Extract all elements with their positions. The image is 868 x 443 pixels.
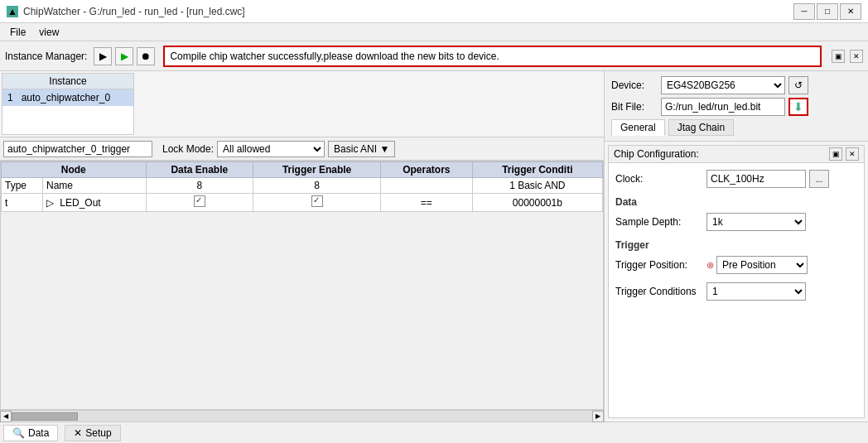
clock-browse-button[interactable]: ... [809, 170, 829, 188]
sample-depth-label: Sample Depth: [615, 216, 706, 228]
trigger-name-input[interactable] [3, 141, 152, 157]
device-row: Device: EG4S20BG256 ↺ [611, 76, 861, 94]
status-tab-data[interactable]: 🔍 Data [3, 425, 58, 441]
bitfile-label: Bit File: [611, 101, 661, 113]
sample-depth-select[interactable]: 1k 2k 4k 8k [706, 213, 806, 231]
chip-config-close-button[interactable]: ✕ [846, 147, 859, 161]
bitfile-input[interactable] [661, 98, 785, 116]
tab-general[interactable]: General [611, 119, 665, 136]
message-box: Compile chip watcher successfully,please… [163, 46, 822, 67]
scrollbar-thumb[interactable] [12, 412, 78, 421]
chip-config-dock-button[interactable]: ▣ [829, 147, 842, 161]
trigger-area: Lock Mode: All allowed None Custom Basic… [0, 137, 604, 421]
row-trigger-enable [253, 194, 381, 212]
trigger-position-row: Trigger Position: ⊗ Pre Position Mid Pos… [615, 256, 857, 274]
data-tab-icon: 🔍 [12, 427, 25, 439]
trigger-enable-checkbox[interactable] [311, 195, 323, 207]
horizontal-scrollbar[interactable]: ◀ ▶ [0, 410, 604, 421]
row-name: ▷ LED_Out [43, 194, 147, 212]
download-icon: ⬇ [793, 100, 803, 113]
device-panel: Device: EG4S20BG256 ↺ Bit File: ⬇ Genera… [605, 71, 868, 142]
instance-manager: Instance 1 auto_chipwatcher_0 [0, 71, 604, 137]
app-title: ChipWatcher - G:/run_led - run_led - [ru… [23, 6, 245, 17]
instance-list: Instance 1 auto_chipwatcher_0 [2, 73, 134, 135]
menu-file[interactable]: File [3, 25, 32, 40]
trigger-conditions-select[interactable]: 1 2 3 [706, 282, 806, 301]
sample-depth-row: Sample Depth: 1k 2k 4k 8k [615, 213, 857, 231]
clock-input[interactable] [706, 170, 806, 188]
expand-icon[interactable]: ▷ [46, 197, 54, 209]
chip-config-title: Chip Configuration: [614, 148, 699, 160]
play2-button[interactable]: ▶ [115, 47, 133, 65]
operators-subheader [381, 178, 473, 194]
toolbar: Instance Manager: ▶ ▶ ⏺ Compile chip wat… [0, 41, 868, 71]
type-subheader: Type [2, 178, 43, 194]
chip-config-header: Chip Configuration: ▣ ✕ [609, 146, 864, 163]
scroll-right-button[interactable]: ▶ [592, 411, 604, 422]
row-type: t [2, 194, 43, 212]
node-table: Node Data Enable Trigger Enable Operator… [1, 161, 603, 212]
trigger-section-label: Trigger [615, 239, 857, 251]
play-button[interactable]: ▶ [94, 47, 112, 65]
maximize-button[interactable]: □ [817, 3, 838, 20]
scroll-left-button[interactable]: ◀ [0, 411, 12, 422]
titlebar: ▲ ChipWatcher - G:/run_led - run_led - [… [0, 0, 868, 23]
trigger-conditions-label: Trigger Conditions [615, 286, 706, 297]
toolbar-close-button[interactable]: ✕ [850, 50, 863, 63]
device-select[interactable]: EG4S20BG256 [661, 76, 785, 94]
trigger-toolbar: Lock Mode: All allowed None Custom Basic… [0, 137, 604, 161]
operators-header: Operators [381, 162, 473, 178]
trigger-position-select[interactable]: Pre Position Mid Position Post Position [716, 256, 808, 274]
row-operator: == [381, 194, 473, 212]
basic-ani-button[interactable]: Basic ANI ▼ [328, 141, 395, 157]
chip-config-panel: Chip Configuration: ▣ ✕ Clock: ... Data [608, 145, 865, 418]
table-row: t ▷ LED_Out == 0 [2, 194, 603, 212]
trigger-condition-header: Trigger Conditi [472, 162, 602, 178]
trigger-position-label: Trigger Position: [615, 259, 706, 271]
row-condition: 00000001b [472, 194, 602, 212]
trigger-conditions-row: Trigger Conditions 1 2 3 [615, 282, 857, 301]
menubar: File view [0, 23, 868, 41]
status-tab-setup[interactable]: ✕ Setup [65, 425, 120, 441]
device-label: Device: [611, 79, 661, 91]
menu-view[interactable]: view [32, 25, 65, 40]
stop-button[interactable]: ⏺ [137, 47, 155, 65]
minimize-button[interactable]: ─ [793, 3, 815, 20]
main-area: Instance 1 auto_chipwatcher_0 Lock Mode:… [0, 71, 868, 421]
message-text: Compile chip watcher successfully,please… [170, 51, 499, 62]
app-icon: ▲ [7, 6, 18, 17]
trigger-enable-count: 8 [253, 178, 381, 194]
trigger-position-icon: ⊗ [706, 260, 714, 271]
data-enable-count: 8 [146, 178, 253, 194]
trigger-enable-header: Trigger Enable [253, 162, 381, 178]
tab-jtag-chain[interactable]: Jtag Chain [668, 119, 734, 136]
instance-manager-label: Instance Manager: [5, 51, 87, 62]
lock-mode-label: Lock Mode: [162, 143, 214, 155]
data-section-label: Data [615, 196, 857, 208]
right-panel: Device: EG4S20BG256 ↺ Bit File: ⬇ Genera… [605, 71, 868, 421]
setup-tab-label: Setup [85, 427, 111, 439]
name-subheader: Name [43, 178, 147, 194]
lock-mode-select[interactable]: All allowed None Custom [217, 141, 325, 157]
instance-row[interactable]: 1 auto_chipwatcher_0 [2, 89, 133, 106]
dock-button[interactable]: ▣ [832, 50, 845, 63]
chip-config-body: Clock: ... Data Sample Depth: 1k 2k 4k 8… [609, 163, 864, 315]
titlebar-controls: ─ □ ✕ [793, 3, 861, 20]
scrollbar-track[interactable] [12, 412, 592, 421]
node-table-container[interactable]: Node Data Enable Trigger Enable Operator… [0, 161, 604, 410]
condition-subheader: 1 Basic AND [472, 178, 602, 194]
node-column-header: Node [2, 162, 147, 178]
download-button[interactable]: ⬇ [788, 98, 808, 116]
device-tabs: General Jtag Chain [611, 119, 861, 136]
left-panel: Instance 1 auto_chipwatcher_0 Lock Mode:… [0, 71, 605, 421]
refresh-button[interactable]: ↺ [788, 76, 808, 94]
instance-header: Instance [2, 74, 133, 89]
data-tab-label: Data [28, 427, 49, 439]
statusbar: 🔍 Data ✕ Setup [0, 421, 868, 443]
close-button[interactable]: ✕ [840, 3, 861, 20]
clock-label: Clock: [615, 173, 706, 185]
data-enable-checkbox[interactable] [194, 195, 205, 207]
data-enable-header: Data Enable [146, 162, 253, 178]
setup-tab-icon: ✕ [74, 427, 82, 439]
bitfile-row: Bit File: ⬇ [611, 98, 861, 116]
